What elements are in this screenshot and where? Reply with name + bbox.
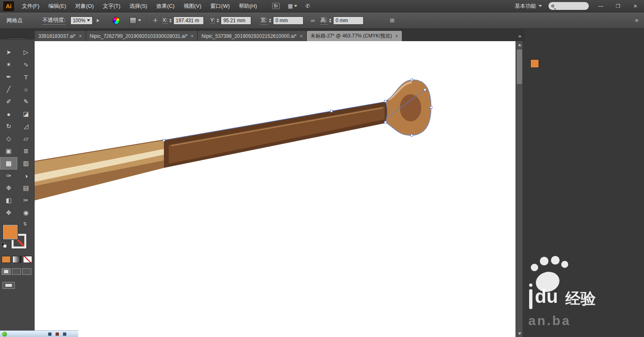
magic-wand-tool[interactable]: ✶ — [0, 58, 17, 71]
type-tool[interactable]: T — [17, 71, 35, 83]
shape-builder-tool[interactable]: ▣ — [0, 145, 17, 157]
artboard-tool[interactable]: ◧ — [0, 194, 17, 207]
scroll-down-button[interactable] — [516, 330, 523, 337]
tray-icon[interactable] — [63, 332, 66, 336]
x-input[interactable]: 197.431 m — [173, 16, 204, 25]
blob-brush-tool[interactable]: ● — [0, 108, 17, 120]
stepper-down-icon — [217, 21, 219, 23]
close-icon[interactable]: × — [79, 33, 82, 39]
menu-view[interactable]: 视图(V) — [179, 3, 206, 9]
lasso-tool[interactable]: ∿ — [17, 58, 35, 71]
transform-icon[interactable]: ⊞ — [390, 17, 394, 23]
canvas[interactable] — [35, 41, 516, 337]
y-input[interactable]: 95.21 mm — [221, 16, 251, 25]
perspective-grid-tool[interactable]: ≣ — [17, 145, 35, 157]
constrain-proportions-icon[interactable]: ∞ — [311, 17, 315, 23]
blend-tool[interactable]: ◑ — [17, 170, 35, 182]
x-stepper[interactable] — [169, 19, 172, 23]
y-stepper[interactable] — [217, 19, 219, 23]
gradient-mode-button[interactable] — [12, 256, 21, 263]
direct-selection-tool[interactable]: ▷ — [17, 46, 35, 58]
document-tab[interactable]: Nipic_7262799_20190920103330028031.ai*× — [86, 31, 198, 41]
draw-inside-button[interactable] — [22, 268, 31, 275]
default-fill-stroke-icon[interactable] — [1, 243, 7, 248]
rotate-tool[interactable]: ↻ — [0, 120, 17, 132]
tray-icon[interactable] — [56, 332, 59, 336]
menu-file[interactable]: 文件(F) — [17, 3, 44, 9]
menu-edit[interactable]: 编辑(E) — [44, 3, 71, 9]
minimize-button[interactable]: — — [595, 2, 606, 10]
height-input[interactable]: 0 mm — [333, 16, 364, 25]
width-stepper[interactable] — [269, 19, 271, 23]
selection-tool[interactable]: ➤ — [0, 46, 17, 58]
panel-fill-swatch[interactable] — [530, 59, 539, 68]
workspace-switcher[interactable]: 基本功能 — [515, 2, 542, 10]
hand-tool[interactable]: ✥ — [0, 207, 17, 219]
fill-swatch[interactable] — [2, 224, 18, 240]
toolbar-grip[interactable] — [9, 37, 26, 39]
touch-workspace-icon[interactable]: ✆ — [306, 3, 310, 9]
height-stepper[interactable] — [329, 19, 331, 23]
tab-overflow-icon[interactable]: » — [515, 31, 525, 41]
menu-select[interactable]: 选择(S) — [125, 3, 152, 9]
column-graph-tool[interactable]: ▤ — [17, 182, 35, 194]
close-icon[interactable]: × — [395, 33, 398, 39]
opacity-label[interactable]: 不透明度: — [42, 16, 65, 25]
document-tab[interactable]: 33916183037.ai*× — [35, 31, 86, 41]
opacity-input[interactable]: 100% — [70, 16, 93, 25]
menu-object[interactable]: 对象(O) — [71, 3, 98, 9]
close-button[interactable]: ✕ — [630, 2, 641, 10]
line-segment-tool[interactable]: ╱ — [0, 83, 17, 95]
recolor-artwork-icon[interactable] — [112, 17, 120, 24]
width-tool[interactable]: ◇ — [0, 132, 17, 145]
tray-icon[interactable] — [48, 332, 51, 336]
artwork-canvas[interactable] — [35, 41, 516, 337]
symbol-sprayer-tool[interactable]: ❉ — [0, 182, 17, 194]
eyedropper-tool[interactable]: ✑ — [0, 170, 17, 182]
document-tab[interactable]: Nipic_537398_20190929202152610000.ai*× — [198, 31, 307, 41]
control-panel-menu-icon[interactable]: ≡ — [635, 17, 638, 23]
style-chip[interactable] — [130, 17, 136, 24]
close-icon[interactable]: × — [191, 33, 194, 39]
arrange-documents-icon[interactable]: ▦ — [288, 3, 297, 9]
reference-point-icon[interactable]: ✛ — [153, 17, 158, 23]
swap-fill-stroke-icon[interactable]: ⇅ — [23, 221, 27, 227]
menu-help[interactable]: 帮助(H) — [234, 3, 261, 9]
menu-window[interactable]: 窗口(W) — [206, 3, 234, 9]
none-mode-button[interactable] — [23, 256, 32, 263]
screen-mode-button[interactable] — [2, 282, 15, 289]
draw-behind-button[interactable] — [12, 268, 21, 275]
style-flyout-icon[interactable] — [97, 19, 99, 22]
close-icon[interactable]: × — [300, 33, 303, 39]
gradient-tool[interactable]: ▥ — [17, 157, 35, 170]
zoom-tool[interactable]: ◉ — [17, 207, 35, 219]
eraser-tool[interactable]: ◪ — [17, 108, 35, 120]
menu-effect[interactable]: 效果(C) — [152, 3, 179, 9]
document-tab-active[interactable]: 未标题-27* @ 463.77% (CMYK/预览)× — [307, 31, 402, 41]
scale-tool[interactable]: ◿ — [17, 120, 35, 132]
ellipse-tool[interactable]: ○ — [17, 83, 35, 95]
search-box[interactable] — [548, 2, 589, 10]
paintbrush-tool[interactable]: ✐ — [0, 95, 17, 108]
width-input[interactable]: 0 mm — [273, 16, 303, 25]
bridge-icon[interactable]: Br — [272, 3, 280, 9]
pen-tool[interactable]: ✒ — [0, 71, 17, 83]
scroll-up-button[interactable] — [516, 41, 523, 48]
vertical-scrollbar[interactable] — [516, 41, 523, 337]
free-transform-tool[interactable]: ▱ — [17, 132, 35, 145]
pencil-tool[interactable]: ✎ — [17, 95, 35, 108]
search-input[interactable] — [556, 4, 584, 9]
height-label[interactable]: 高: — [320, 16, 327, 25]
color-mode-button[interactable] — [2, 256, 11, 263]
x-label[interactable]: X: — [163, 17, 168, 24]
mesh-tool[interactable]: ▦ — [0, 157, 17, 170]
y-label[interactable]: Y: — [210, 17, 215, 24]
restore-button[interactable]: ❐ — [613, 2, 623, 10]
scrollbar-thumb[interactable] — [517, 49, 522, 84]
tray-app-icon[interactable] — [2, 332, 7, 337]
menu-type[interactable]: 文字(T) — [98, 3, 125, 9]
slice-tool[interactable]: ✂ — [17, 194, 35, 207]
width-label[interactable]: 宽: — [260, 16, 267, 25]
draw-normal-button[interactable] — [2, 268, 11, 275]
draw-mode-row — [2, 268, 31, 275]
